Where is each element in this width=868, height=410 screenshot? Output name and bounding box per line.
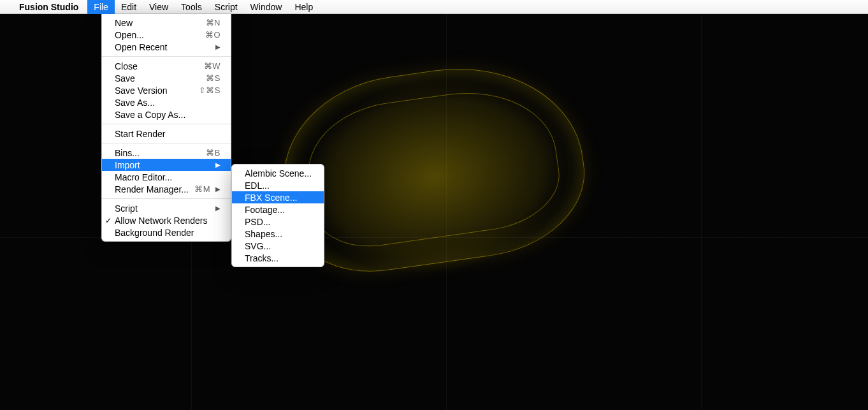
file-close[interactable]: Close ⌘W <box>102 60 231 72</box>
menu-item-label: Macro Editor... <box>115 172 221 182</box>
menu-item-label: Footage... <box>245 205 314 215</box>
import-submenu: Alembic Scene... EDL... FBX Scene... Foo… <box>231 164 324 267</box>
file-render-manager[interactable]: Render Manager... ⌘M ▶ <box>102 183 231 195</box>
menu-view[interactable]: View <box>143 0 175 14</box>
import-shapes[interactable]: Shapes... <box>232 228 324 240</box>
submenu-arrow-icon: ▶ <box>215 161 221 168</box>
import-footage[interactable]: Footage... <box>232 203 324 216</box>
menu-window[interactable]: Window <box>244 0 289 14</box>
file-new[interactable]: New ⌘N <box>102 17 231 29</box>
file-start-render[interactable]: Start Render <box>102 128 231 140</box>
menu-item-label: Tracks... <box>245 253 314 263</box>
menu-separator <box>102 143 231 143</box>
menu-item-shortcut: ⌘B <box>206 148 221 157</box>
menu-item-label: Allow Network Renders <box>115 216 221 226</box>
file-import[interactable]: Import ▶ <box>102 159 231 171</box>
menu-item-label: FBX Scene... <box>245 193 314 203</box>
menu-item-label: Import <box>115 160 210 170</box>
import-fbx-scene[interactable]: FBX Scene... <box>232 191 324 203</box>
checkmark-icon: ✓ <box>105 216 112 225</box>
file-script[interactable]: Script ▶ <box>102 202 231 214</box>
menu-item-label: Open... <box>115 30 205 40</box>
file-bins[interactable]: Bins... ⌘B <box>102 147 231 159</box>
file-background-render[interactable]: Background Render <box>102 226 231 238</box>
file-dropdown: New ⌘N Open... ⌘O Open Recent ▶ Close ⌘W… <box>101 14 231 242</box>
menu-tools[interactable]: Tools <box>175 0 208 14</box>
menu-item-label: Bins... <box>115 148 206 158</box>
import-psd[interactable]: PSD... <box>232 216 324 228</box>
menu-file[interactable]: File <box>87 0 115 14</box>
menu-bar: Fusion Studio File Edit View Tools Scrip… <box>0 0 868 14</box>
menu-help[interactable]: Help <box>288 0 319 14</box>
menu-item-label: Background Render <box>115 228 221 238</box>
menu-edit[interactable]: Edit <box>115 0 143 14</box>
menu-item-label: Save <box>115 73 206 84</box>
file-open-recent[interactable]: Open Recent ▶ <box>102 41 231 53</box>
menu-item-label: New <box>115 18 206 28</box>
submenu-arrow-icon: ▶ <box>215 186 221 193</box>
menu-item-shortcut: ⇧⌘S <box>199 85 221 95</box>
menu-item-shortcut: ⌘N <box>206 18 221 27</box>
file-allow-network-renders[interactable]: ✓ Allow Network Renders <box>102 214 231 226</box>
menu-item-label: Save As... <box>115 98 221 108</box>
file-save-as[interactable]: Save As... <box>102 96 231 108</box>
import-alembic[interactable]: Alembic Scene... <box>232 167 324 179</box>
file-save[interactable]: Save ⌘S <box>102 72 231 84</box>
menu-separator <box>102 56 231 57</box>
menu-item-label: Alembic Scene... <box>245 168 314 179</box>
file-open[interactable]: Open... ⌘O <box>102 29 231 41</box>
menu-item-label: Script <box>115 203 210 214</box>
menu-item-label: Save Version <box>115 85 199 96</box>
menu-item-shortcut: ⌘S <box>206 73 221 83</box>
menu-item-shortcut: ⌘M <box>194 184 210 194</box>
menu-item-label: Shapes... <box>245 229 314 239</box>
submenu-arrow-icon: ▶ <box>215 205 221 212</box>
submenu-arrow-icon: ▶ <box>215 43 221 50</box>
menu-script[interactable]: Script <box>208 0 244 14</box>
menu-item-label: SVG... <box>245 241 314 251</box>
menu-item-shortcut: ⌘W <box>204 61 221 71</box>
import-tracks[interactable]: Tracks... <box>232 252 324 264</box>
menu-separator <box>102 124 231 124</box>
menu-item-label: EDL... <box>245 180 314 191</box>
import-edl[interactable]: EDL... <box>232 179 324 191</box>
menu-item-shortcut: ⌘O <box>205 30 221 40</box>
file-save-copy-as[interactable]: Save a Copy As... <box>102 108 231 121</box>
menu-item-label: Save a Copy As... <box>115 110 221 120</box>
file-macro-editor[interactable]: Macro Editor... <box>102 171 231 183</box>
menu-item-label: Render Manager... <box>115 184 194 194</box>
import-svg[interactable]: SVG... <box>232 240 324 252</box>
menu-separator <box>102 198 231 199</box>
menu-item-label: Close <box>115 61 204 71</box>
menu-item-label: Start Render <box>115 129 221 139</box>
file-save-version[interactable]: Save Version ⇧⌘S <box>102 84 231 96</box>
menu-item-label: Open Recent <box>115 42 210 52</box>
app-name[interactable]: Fusion Studio <box>19 2 78 12</box>
menu-item-label: PSD... <box>245 217 314 227</box>
